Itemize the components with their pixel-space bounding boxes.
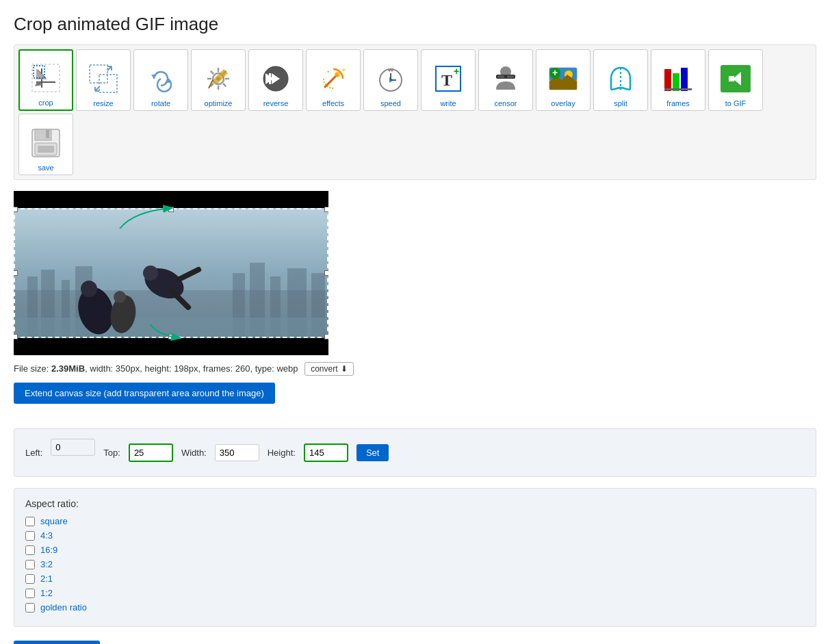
aspect-1-2[interactable]: 1:2: [25, 588, 805, 598]
tool-effects[interactable]: ✦ ✦ effects: [306, 49, 361, 111]
page-title: Crop animated GIF image: [14, 14, 816, 35]
tool-split[interactable]: split: [593, 49, 648, 111]
svg-rect-35: [497, 75, 504, 78]
save-icon: [28, 125, 64, 161]
svg-point-23: [335, 72, 340, 77]
tool-crop[interactable]: crop: [18, 49, 73, 111]
overlay-icon: +: [545, 61, 581, 96]
crop-image-button[interactable]: Crop image!: [14, 641, 100, 644]
tool-to-gif[interactable]: to GIF: [708, 49, 763, 111]
svg-rect-52: [46, 130, 49, 138]
aspect-ratio-section: Aspect ratio: square 4:3 16:9 3:2 2:1 1:…: [14, 488, 816, 627]
aspect-golden-label: golden ratio: [40, 602, 87, 613]
file-size-label: File size:: [14, 363, 51, 374]
convert-button[interactable]: convert ⬇: [304, 362, 353, 376]
left-label: Left:: [25, 448, 42, 458]
svg-point-68: [81, 281, 97, 297]
set-button[interactable]: Set: [356, 444, 389, 461]
speed-icon: [373, 61, 408, 96]
write-label: write: [440, 99, 456, 107]
width-label: Width:: [181, 448, 207, 458]
svg-rect-66: [14, 318, 328, 338]
aspect-1-2-checkbox[interactable]: [25, 589, 35, 598]
scene-background: [14, 208, 328, 338]
effects-icon: ✦ ✦: [315, 61, 351, 96]
optimize-icon: [200, 61, 236, 96]
split-icon: [603, 61, 638, 96]
file-details: , width: 350px, height: 198px, frames: 2…: [85, 363, 298, 374]
aspect-16-9-checkbox[interactable]: [25, 545, 35, 555]
aspect-2-1[interactable]: 2:1: [25, 574, 805, 584]
svg-text:+: +: [552, 67, 558, 78]
svg-text:✦: ✦: [341, 67, 346, 73]
crop-overlay-bottom: [14, 338, 328, 355]
split-label: split: [614, 99, 627, 107]
tool-speed[interactable]: speed: [363, 49, 418, 111]
left-input[interactable]: [51, 439, 95, 456]
frames-icon: [660, 61, 696, 96]
aspect-4-3-label: 4:3: [40, 530, 53, 541]
crop-params-section: Left: Top: Width: Height: Set: [14, 428, 816, 477]
tool-censor[interactable]: censor: [478, 49, 533, 111]
tool-optimize[interactable]: optimize: [191, 49, 246, 111]
toolbar: crop resize rotate: [14, 44, 816, 180]
crop-label: crop: [38, 99, 53, 107]
svg-line-13: [211, 71, 213, 74]
aspect-square-label: square: [40, 516, 68, 526]
crop-overlay-top: [14, 191, 328, 208]
tool-rotate[interactable]: rotate: [133, 49, 188, 111]
aspect-2-1-checkbox[interactable]: [25, 574, 35, 584]
optimize-label: optimize: [205, 99, 233, 107]
reverse-label: reverse: [263, 99, 289, 107]
aspect-4-3-checkbox[interactable]: [25, 531, 35, 541]
tool-resize[interactable]: resize: [76, 49, 131, 111]
censor-icon: [488, 61, 523, 96]
aspect-3-2-checkbox[interactable]: [25, 560, 35, 569]
svg-text:T: T: [441, 71, 452, 89]
tool-overlay[interactable]: + overlay: [536, 49, 591, 111]
frames-label: frames: [666, 99, 690, 107]
save-label: save: [38, 164, 53, 172]
svg-rect-45: [681, 68, 688, 91]
effects-label: effects: [322, 99, 344, 107]
rotate-label: rotate: [151, 99, 170, 107]
height-input[interactable]: [304, 443, 348, 462]
svg-rect-5: [90, 65, 107, 83]
resize-icon: [86, 61, 121, 96]
tool-save[interactable]: save: [18, 114, 73, 175]
svg-rect-49: [729, 76, 734, 81]
download-icon: ⬇: [341, 364, 348, 374]
convert-label: convert: [311, 364, 337, 374]
aspect-1-2-label: 1:2: [40, 588, 53, 598]
top-label: Top:: [103, 448, 120, 458]
speed-label: speed: [380, 99, 401, 107]
to-gif-label: to GIF: [725, 99, 747, 107]
rotate-icon: [143, 61, 179, 96]
aspect-3-2[interactable]: 3:2: [25, 559, 805, 569]
svg-rect-36: [507, 75, 514, 78]
aspect-square-checkbox[interactable]: [25, 517, 35, 526]
tool-write[interactable]: T + write: [421, 49, 476, 111]
aspect-16-9[interactable]: 16:9: [25, 545, 805, 555]
svg-rect-46: [664, 88, 692, 90]
svg-text:+: +: [454, 66, 459, 77]
aspect-3-2-label: 3:2: [40, 559, 53, 569]
aspect-golden[interactable]: golden ratio: [25, 602, 805, 613]
svg-text:✦: ✦: [326, 70, 330, 74]
tool-frames[interactable]: frames: [651, 49, 705, 111]
censor-label: censor: [494, 99, 517, 107]
aspect-golden-checkbox[interactable]: [25, 603, 35, 613]
svg-rect-21: [269, 73, 271, 84]
aspect-4-3[interactable]: 4:3: [25, 530, 805, 541]
crop-icon: [28, 60, 64, 96]
svg-point-74: [114, 291, 126, 303]
resize-label: resize: [93, 99, 113, 107]
top-input[interactable]: [129, 443, 173, 462]
svg-rect-43: [664, 69, 671, 91]
width-input[interactable]: [215, 444, 259, 461]
extend-canvas-button[interactable]: Extend canvas size (add transparent area…: [14, 383, 275, 404]
aspect-ratio-title: Aspect ratio:: [25, 498, 805, 509]
gif-canvas: [14, 191, 328, 355]
aspect-square[interactable]: square: [25, 516, 805, 526]
tool-reverse[interactable]: reverse: [248, 49, 303, 111]
